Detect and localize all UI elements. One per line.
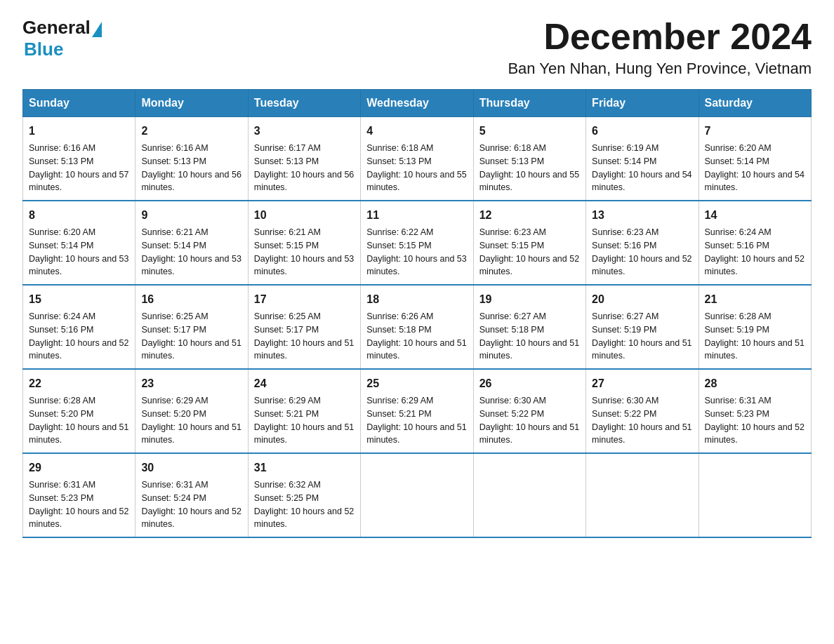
day-number: 19 <box>479 291 580 308</box>
daylight-label: Daylight: 10 hours and 51 minutes. <box>254 422 354 445</box>
sunset-label: Sunset: 5:21 PM <box>254 409 319 419</box>
day-number: 30 <box>141 459 241 476</box>
calendar-cell: 16Sunrise: 6:25 AMSunset: 5:17 PMDayligh… <box>135 285 248 369</box>
day-number: 22 <box>29 375 129 392</box>
daylight-label: Daylight: 10 hours and 52 minutes. <box>479 254 579 277</box>
sunrise-label: Sunrise: 6:25 AM <box>254 311 321 321</box>
sunrise-label: Sunrise: 6:23 AM <box>479 227 546 237</box>
daylight-label: Daylight: 10 hours and 52 minutes. <box>705 422 805 445</box>
sunset-label: Sunset: 5:16 PM <box>29 325 93 335</box>
sunrise-label: Sunrise: 6:29 AM <box>366 396 433 405</box>
day-number: 10 <box>254 207 355 224</box>
daylight-label: Daylight: 10 hours and 52 minutes. <box>254 507 354 530</box>
daylight-label: Daylight: 10 hours and 52 minutes. <box>29 338 128 361</box>
sunset-label: Sunset: 5:13 PM <box>29 156 93 166</box>
sunset-label: Sunset: 5:13 PM <box>366 156 431 166</box>
daylight-label: Daylight: 10 hours and 53 minutes. <box>29 254 128 277</box>
calendar-cell: 25Sunrise: 6:29 AMSunset: 5:21 PMDayligh… <box>361 369 473 453</box>
calendar-cell: 1Sunrise: 6:16 AMSunset: 5:13 PMDaylight… <box>23 117 135 201</box>
day-number: 20 <box>592 291 692 308</box>
day-number: 29 <box>29 459 129 476</box>
sunrise-label: Sunrise: 6:24 AM <box>29 311 95 321</box>
daylight-label: Daylight: 10 hours and 51 minutes. <box>29 422 128 445</box>
calendar-week-1: 1Sunrise: 6:16 AMSunset: 5:13 PMDaylight… <box>23 117 812 201</box>
calendar-cell <box>361 453 473 537</box>
sunset-label: Sunset: 5:13 PM <box>479 156 544 166</box>
sunrise-label: Sunrise: 6:29 AM <box>254 396 321 405</box>
sunset-label: Sunset: 5:13 PM <box>254 156 319 166</box>
daylight-label: Daylight: 10 hours and 54 minutes. <box>592 170 691 193</box>
sunset-label: Sunset: 5:14 PM <box>141 241 206 250</box>
daylight-label: Daylight: 10 hours and 51 minutes. <box>479 422 579 445</box>
calendar-cell: 19Sunrise: 6:27 AMSunset: 5:18 PMDayligh… <box>473 285 585 369</box>
sunrise-label: Sunrise: 6:19 AM <box>592 143 658 153</box>
header-thursday: Thursday <box>473 90 585 117</box>
day-number: 1 <box>29 123 129 140</box>
calendar-cell <box>699 453 811 537</box>
logo-general-text: General <box>22 17 91 39</box>
daylight-label: Daylight: 10 hours and 53 minutes. <box>366 254 466 277</box>
sunset-label: Sunset: 5:25 PM <box>254 493 319 503</box>
sunrise-label: Sunrise: 6:25 AM <box>141 311 208 321</box>
calendar-cell: 27Sunrise: 6:30 AMSunset: 5:22 PMDayligh… <box>586 369 699 453</box>
calendar-cell: 21Sunrise: 6:28 AMSunset: 5:19 PMDayligh… <box>699 285 811 369</box>
sunrise-label: Sunrise: 6:28 AM <box>705 311 772 321</box>
calendar-table: SundayMondayTuesdayWednesdayThursdayFrid… <box>22 89 812 538</box>
calendar-cell: 20Sunrise: 6:27 AMSunset: 5:19 PMDayligh… <box>586 285 699 369</box>
daylight-label: Daylight: 10 hours and 56 minutes. <box>254 170 354 193</box>
sunset-label: Sunset: 5:14 PM <box>29 241 93 250</box>
sunset-label: Sunset: 5:15 PM <box>254 241 319 250</box>
sunrise-label: Sunrise: 6:30 AM <box>479 396 546 405</box>
day-number: 11 <box>366 207 467 224</box>
calendar-cell: 9Sunrise: 6:21 AMSunset: 5:14 PMDaylight… <box>135 201 248 285</box>
day-number: 6 <box>592 123 692 140</box>
logo: General Blue <box>22 17 102 60</box>
header-wednesday: Wednesday <box>361 90 473 117</box>
calendar-cell: 23Sunrise: 6:29 AMSunset: 5:20 PMDayligh… <box>135 369 248 453</box>
calendar-cell: 15Sunrise: 6:24 AMSunset: 5:16 PMDayligh… <box>23 285 135 369</box>
calendar-cell: 6Sunrise: 6:19 AMSunset: 5:14 PMDaylight… <box>586 117 699 201</box>
sunset-label: Sunset: 5:19 PM <box>705 325 769 335</box>
calendar-cell: 31Sunrise: 6:32 AMSunset: 5:25 PMDayligh… <box>248 453 360 537</box>
daylight-label: Daylight: 10 hours and 51 minutes. <box>366 338 466 361</box>
day-number: 28 <box>705 375 805 392</box>
calendar-cell: 17Sunrise: 6:25 AMSunset: 5:17 PMDayligh… <box>248 285 360 369</box>
sunrise-label: Sunrise: 6:20 AM <box>705 143 772 153</box>
calendar-cell: 29Sunrise: 6:31 AMSunset: 5:23 PMDayligh… <box>23 453 135 537</box>
sunset-label: Sunset: 5:18 PM <box>366 325 431 335</box>
day-number: 14 <box>705 207 805 224</box>
sunset-label: Sunset: 5:17 PM <box>141 325 206 335</box>
header-tuesday: Tuesday <box>248 90 360 117</box>
daylight-label: Daylight: 10 hours and 51 minutes. <box>141 422 241 445</box>
day-number: 18 <box>366 291 467 308</box>
sunrise-label: Sunrise: 6:31 AM <box>705 396 772 405</box>
day-number: 15 <box>29 291 129 308</box>
location-subtitle: Ban Yen Nhan, Hung Yen Province, Vietnam <box>508 60 812 78</box>
daylight-label: Daylight: 10 hours and 53 minutes. <box>141 254 241 277</box>
daylight-label: Daylight: 10 hours and 51 minutes. <box>592 422 691 445</box>
day-number: 2 <box>141 123 241 140</box>
sunrise-label: Sunrise: 6:26 AM <box>366 311 433 321</box>
day-number: 13 <box>592 207 692 224</box>
sunrise-label: Sunrise: 6:16 AM <box>141 143 208 153</box>
daylight-label: Daylight: 10 hours and 51 minutes. <box>254 338 354 361</box>
calendar-header-row: SundayMondayTuesdayWednesdayThursdayFrid… <box>23 90 812 117</box>
sunset-label: Sunset: 5:24 PM <box>141 493 206 503</box>
sunset-label: Sunset: 5:14 PM <box>705 156 769 166</box>
sunset-label: Sunset: 5:13 PM <box>141 156 206 166</box>
sunset-label: Sunset: 5:23 PM <box>705 409 769 419</box>
sunrise-label: Sunrise: 6:16 AM <box>29 143 95 153</box>
day-number: 21 <box>705 291 805 308</box>
daylight-label: Daylight: 10 hours and 55 minutes. <box>479 170 579 193</box>
daylight-label: Daylight: 10 hours and 51 minutes. <box>705 338 805 361</box>
sunset-label: Sunset: 5:16 PM <box>592 241 656 250</box>
calendar-cell: 11Sunrise: 6:22 AMSunset: 5:15 PMDayligh… <box>361 201 473 285</box>
calendar-cell: 24Sunrise: 6:29 AMSunset: 5:21 PMDayligh… <box>248 369 360 453</box>
calendar-cell: 26Sunrise: 6:30 AMSunset: 5:22 PMDayligh… <box>473 369 585 453</box>
day-number: 8 <box>29 207 129 224</box>
sunrise-label: Sunrise: 6:30 AM <box>592 396 658 405</box>
day-number: 16 <box>141 291 241 308</box>
calendar-cell: 10Sunrise: 6:21 AMSunset: 5:15 PMDayligh… <box>248 201 360 285</box>
day-number: 31 <box>254 459 355 476</box>
sunset-label: Sunset: 5:21 PM <box>366 409 431 419</box>
